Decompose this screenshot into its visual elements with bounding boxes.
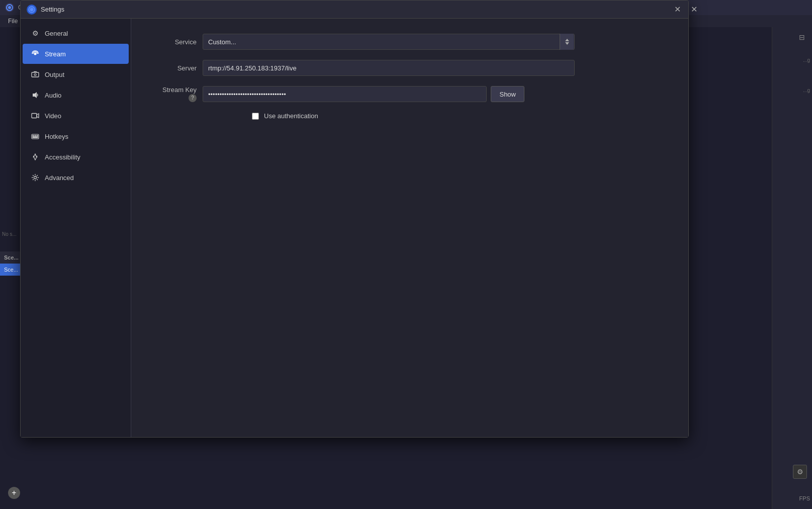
stream-key-label: Stream Key ?	[151, 86, 197, 102]
svg-point-15	[35, 154, 36, 155]
settings-titlebar: Settings ✕	[21, 1, 688, 19]
svg-rect-11	[33, 135, 34, 136]
audio-icon	[31, 91, 40, 100]
file-menu[interactable]: File	[4, 17, 22, 26]
accessibility-icon	[31, 152, 40, 161]
layout-icon: ⊟	[799, 33, 805, 41]
right-label-1: ...g	[803, 57, 810, 63]
stream-key-wrapper: Show	[203, 86, 524, 102]
auth-row: Use authentication	[252, 112, 668, 120]
stream-key-row: Stream Key ? Show	[151, 86, 668, 102]
sidebar-label-general: General	[45, 30, 68, 37]
gear-icon: ⚙	[797, 468, 803, 476]
server-input[interactable]	[203, 60, 575, 76]
sidebar-item-video[interactable]: Video	[23, 106, 129, 126]
svg-rect-12	[35, 135, 36, 136]
settings-close-button-2[interactable]: ✕	[689, 4, 699, 14]
right-label-2: ...g	[803, 88, 810, 93]
gear-button[interactable]: ⚙	[793, 465, 807, 479]
show-stream-key-button[interactable]: Show	[491, 86, 524, 102]
sidebar-item-hotkeys[interactable]: Hotkeys	[23, 126, 129, 146]
settings-dialog: Settings ✕ ⚙ General Stream	[20, 0, 689, 438]
settings-logo-icon	[27, 5, 37, 15]
svg-point-4	[34, 53, 37, 55]
svg-rect-13	[37, 135, 38, 136]
sidebar-label-audio: Audio	[45, 92, 61, 99]
sidebar-item-advanced[interactable]: Advanced	[23, 167, 129, 188]
output-icon	[31, 70, 40, 79]
settings-sidebar: ⚙ General Stream	[21, 19, 131, 437]
sidebar-label-accessibility: Accessibility	[45, 153, 80, 161]
svg-rect-8	[32, 114, 37, 118]
hotkeys-icon	[31, 132, 40, 141]
layout-button[interactable]: ⊟	[796, 31, 808, 43]
use-authentication-label: Use authentication	[264, 112, 318, 120]
service-row: Service Custom...	[151, 34, 668, 50]
stream-icon	[31, 49, 40, 58]
svg-point-1	[8, 6, 11, 9]
sidebar-item-accessibility[interactable]: Accessibility	[23, 147, 129, 167]
svg-point-3	[30, 8, 33, 11]
general-icon: ⚙	[31, 29, 40, 38]
fps-label: FPS	[799, 495, 810, 501]
sidebar-label-stream: Stream	[45, 50, 66, 58]
sidebar-label-advanced: Advanced	[45, 174, 74, 182]
sidebar-item-general[interactable]: ⚙ General	[23, 23, 129, 43]
sidebar-item-output[interactable]: Output	[23, 64, 129, 84]
svg-point-6	[34, 74, 36, 76]
sidebar-label-output: Output	[45, 71, 64, 78]
service-select[interactable]: Custom...	[203, 34, 575, 50]
svg-rect-14	[33, 137, 38, 138]
add-scene-button[interactable]: +	[8, 487, 20, 499]
service-label: Service	[151, 38, 197, 46]
settings-title: Settings	[41, 6, 64, 13]
stream-key-input[interactable]	[203, 86, 487, 102]
sidebar-label-hotkeys: Hotkeys	[45, 133, 68, 140]
advanced-icon	[31, 173, 40, 182]
use-authentication-checkbox[interactable]	[252, 113, 259, 120]
server-label: Server	[151, 64, 197, 72]
sidebar-item-stream[interactable]: Stream	[23, 44, 129, 64]
sidebar-item-audio[interactable]: Audio	[23, 85, 129, 105]
svg-point-16	[34, 177, 37, 179]
svg-rect-5	[32, 72, 39, 77]
settings-body: ⚙ General Stream	[21, 19, 688, 437]
right-panel: ⊟ ...g ...g ⚙ FPS	[772, 27, 812, 509]
service-select-wrapper: Custom...	[203, 34, 575, 50]
obs-logo-icon	[5, 3, 14, 12]
video-icon	[31, 111, 40, 120]
stream-key-help-icon[interactable]: ?	[189, 94, 197, 102]
settings-close-button[interactable]: ✕	[672, 5, 682, 15]
server-row: Server	[151, 60, 668, 76]
svg-marker-9	[37, 114, 39, 118]
settings-content: Service Custom... Server	[131, 19, 688, 437]
svg-marker-7	[33, 92, 37, 98]
sidebar-label-video: Video	[45, 112, 61, 120]
